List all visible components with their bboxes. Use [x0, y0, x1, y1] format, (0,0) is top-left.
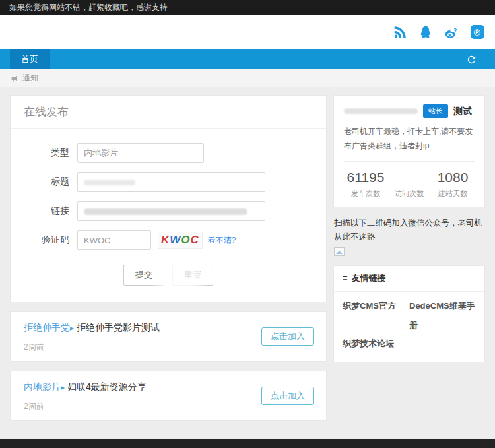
qr-notice: 扫描以下二维码加入微信公众号，老司机从此不迷路 [334, 216, 484, 259]
stat-value: 1080 [431, 170, 475, 186]
captcha-image[interactable]: K W O C [158, 232, 203, 249]
qr-notice-text: 扫描以下二维码加入微信公众号，老司机从此不迷路 [334, 218, 482, 241]
post-category-link[interactable]: 内地影片 [24, 381, 61, 392]
rss-icon[interactable] [392, 24, 408, 40]
post-item: 内地影片▸妇联4最新资源分享 2周前 点击加入 [10, 371, 327, 421]
profile-name: 测试 [453, 106, 472, 117]
left-column: 在线发布 类型 标题 链接 [10, 95, 327, 421]
stat-label: 发车次数 [344, 189, 387, 199]
role-badge[interactable]: 站长 [423, 104, 448, 118]
post-title[interactable]: 拒绝伸手党影片测试 [77, 322, 160, 333]
publish-form: 类型 标题 链接 [27, 143, 310, 286]
link-label: 链接 [27, 205, 69, 217]
main-nav: 首页 [0, 49, 495, 69]
type-input[interactable] [77, 143, 204, 163]
arrow-right-icon: ▸ [70, 323, 74, 333]
pinterest-icon[interactable]: ℗ [469, 24, 485, 40]
top-notice-text: 如果您觉得网站不错，赶紧收藏吧，感谢支持 [9, 3, 168, 12]
refresh-icon[interactable] [457, 49, 485, 69]
pinterest-glyph: ℗ [471, 25, 484, 39]
captcha-letter: K [161, 234, 170, 247]
main-content: 在线发布 类型 标题 链接 [0, 87, 495, 439]
friendly-links-panel: ≡友情链接 织梦CMS官方 DedeCMS维基手册 织梦技术论坛 [333, 265, 485, 362]
panel-title: 在线发布 [11, 96, 326, 129]
type-label: 类型 [27, 147, 69, 159]
captcha-refresh-link[interactable]: 看不清? [208, 235, 236, 246]
stat-value: 61195 [344, 170, 387, 186]
profile-desc: 老司机开车最稳，打卡上车,请不要发布广告类群组，违者封ip [344, 125, 475, 153]
friend-link[interactable]: DedeCMS维基手册 [409, 297, 476, 335]
friend-link[interactable]: 织梦技术论坛 [343, 335, 409, 354]
post-category-link[interactable]: 拒绝伸手党 [24, 322, 70, 333]
top-notice-bar: 如果您觉得网站不错，赶紧收藏吧，感谢支持 [0, 0, 495, 15]
captcha-label: 验证码 [27, 234, 69, 246]
sidebar: 站长 测试 老司机开车最稳，打卡上车,请不要发布广告类群组，违者封ip 6119… [333, 95, 485, 362]
redacted-avatar-name [344, 108, 418, 114]
join-button[interactable]: 点击加入 [261, 327, 314, 346]
arrow-right-icon: ▸ [61, 383, 65, 392]
broken-image-icon [334, 247, 345, 256]
breadcrumb: 通知 [0, 69, 495, 87]
stat-value [387, 170, 431, 186]
qq-icon[interactable] [418, 24, 434, 40]
breadcrumb-label[interactable]: 通知 [22, 73, 38, 84]
join-button[interactable]: 点击加入 [261, 387, 314, 405]
submit-button[interactable]: 提交 [123, 265, 164, 286]
megaphone-icon [11, 75, 18, 82]
menu-bars-icon: ≡ [343, 273, 348, 283]
reset-button[interactable]: 重置 [172, 265, 213, 286]
stat-label: 访问次数 [387, 189, 431, 199]
nav-tab-home[interactable]: 首页 [10, 49, 50, 69]
captcha-letter: C [191, 234, 199, 247]
captcha-letter: W [170, 234, 181, 247]
title-label: 标题 [27, 176, 69, 188]
footer: 关于本站 小众圈子网实时分享百度云群组链接,实时更新可用的百度网盘云群组链接，最… [0, 439, 495, 448]
friend-link[interactable]: 织梦CMS官方 [343, 297, 409, 335]
stat-item: 访问次数 [387, 170, 431, 199]
captcha-letter: O [181, 234, 190, 247]
redacted-link-value [84, 208, 248, 215]
captcha-input[interactable] [77, 230, 151, 250]
friendly-links-title: 友情链接 [352, 273, 386, 283]
publish-form-panel: 在线发布 类型 标题 链接 [10, 95, 327, 302]
post-item: 拒绝伸手党▸拒绝伸手党影片测试 2周前 点击加入 [10, 311, 327, 362]
stat-item: 61195 发车次数 [344, 170, 387, 199]
stat-label: 建站天数 [431, 189, 475, 199]
site-header: ℗ [0, 15, 495, 49]
stat-item: 1080 建站天数 [431, 170, 475, 199]
profile-card: 站长 测试 老司机开车最稳，打卡上车,请不要发布广告类群组，违者封ip 6119… [333, 95, 485, 207]
profile-stats: 61195 发车次数 访问次数 1080 建站天数 [344, 161, 475, 199]
post-title[interactable]: 妇联4最新资源分享 [67, 381, 147, 392]
weibo-icon[interactable] [444, 24, 459, 40]
redacted-title-value [84, 180, 135, 185]
